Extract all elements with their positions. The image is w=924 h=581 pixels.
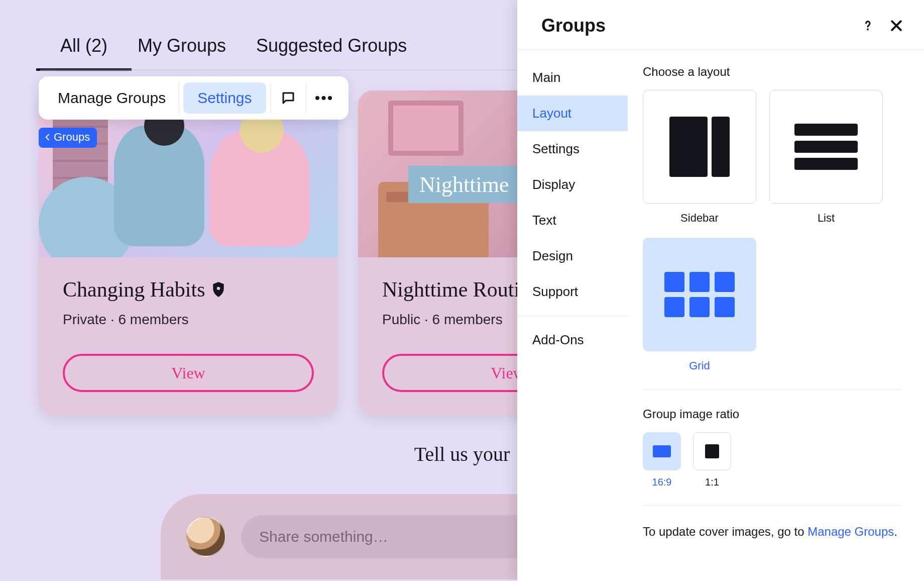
nav-layout[interactable]: Layout <box>517 95 628 131</box>
tab-suggested-groups[interactable]: Suggested Groups <box>256 35 407 70</box>
ratio-option-label: 16:9 <box>643 476 681 488</box>
hint-text: To update cover images, go to Manage Gro… <box>643 523 902 541</box>
shield-icon <box>212 282 225 297</box>
help-icon[interactable] <box>861 19 875 33</box>
divider <box>643 390 902 390</box>
layout-option-label: Sidebar <box>643 212 756 225</box>
floating-toolbar: Manage Groups Settings ••• <box>39 76 349 120</box>
ratio-option-1-1[interactable]: 1:1 <box>693 432 731 488</box>
svg-point-0 <box>217 287 220 290</box>
manage-groups-link[interactable]: Manage Groups <box>807 525 894 538</box>
divider <box>643 505 902 506</box>
back-chip-label: Groups <box>54 131 90 144</box>
layout-option-grid[interactable]: Grid <box>643 238 756 372</box>
nav-support[interactable]: Support <box>517 274 628 310</box>
nav-main[interactable]: Main <box>517 60 628 95</box>
group-title: Changing Habits <box>63 277 205 302</box>
layout-option-label: Grid <box>643 359 756 372</box>
chevron-left-icon <box>44 133 52 141</box>
group-meta: Private · 6 members <box>63 312 314 328</box>
ratio-option-label: 1:1 <box>693 476 731 488</box>
choose-layout-label: Choose a layout <box>643 65 902 79</box>
tab-all[interactable]: All (2) <box>60 35 107 70</box>
panel-title: Groups <box>541 15 606 36</box>
comment-icon[interactable] <box>270 82 306 114</box>
settings-button[interactable]: Settings <box>183 82 266 114</box>
tab-my-groups[interactable]: My Groups <box>138 35 226 70</box>
nav-text[interactable]: Text <box>517 203 628 238</box>
nav-settings[interactable]: Settings <box>517 131 628 167</box>
svg-point-1 <box>867 29 869 31</box>
layout-option-label: List <box>769 212 883 225</box>
close-icon[interactable] <box>889 18 904 33</box>
layout-option-sidebar[interactable]: Sidebar <box>643 90 756 225</box>
nav-display[interactable]: Display <box>517 167 628 203</box>
panel-side-nav: Main Layout Settings Display Text Design… <box>517 50 628 581</box>
nav-addons[interactable]: Add-Ons <box>517 322 628 358</box>
back-to-groups-chip[interactable]: Groups <box>39 128 97 148</box>
avatar <box>186 517 226 557</box>
group-title: Nighttime Routine <box>382 277 540 302</box>
manage-groups-button[interactable]: Manage Groups <box>45 81 179 115</box>
nav-separator <box>517 316 628 316</box>
ratio-label: Group image ratio <box>643 407 902 421</box>
view-button[interactable]: View <box>63 354 314 392</box>
settings-panel: Groups Main Layout Settings Display Text… <box>517 0 924 581</box>
more-icon[interactable]: ••• <box>306 82 342 114</box>
ratio-option-16-9[interactable]: 16:9 <box>643 432 681 488</box>
nav-design[interactable]: Design <box>517 238 628 274</box>
layout-option-list[interactable]: List <box>769 90 883 225</box>
